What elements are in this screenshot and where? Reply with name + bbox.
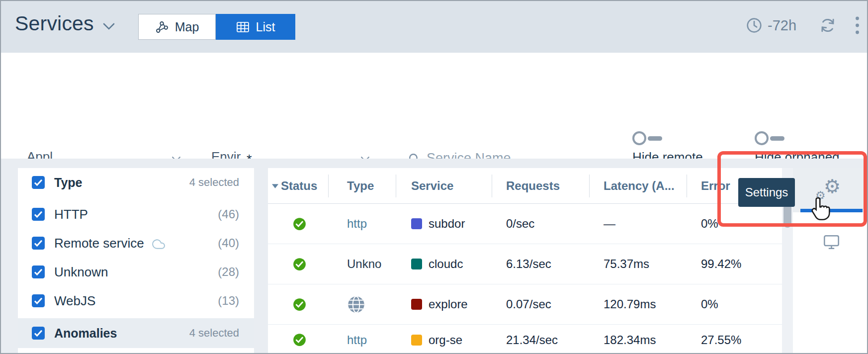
status-ok-icon [293,298,306,311]
list-grid-icon [236,20,250,34]
service-color-swatch [411,218,422,229]
toggle-off-icon [755,131,769,145]
column-header-type[interactable]: Type [347,168,374,203]
cloud-icon [150,238,167,251]
toggle-off-icon [632,131,646,145]
facet-item-count: (13) [218,294,239,308]
type-cell [347,284,395,324]
column-header-service[interactable]: Service [411,168,453,203]
facet-item-count: (46) [218,207,239,221]
facet-item-count: (40) [218,236,239,250]
service-name: cloudc [429,257,463,271]
table-row[interactable]: Unkno cloudc 6.13/sec 75.37ms 99.42% [268,244,782,284]
checkbox-checked-icon[interactable] [32,176,45,189]
app-header: Services Map List -72h [1,1,867,53]
settings-tab-button[interactable]: ⚙ ⚙ [793,168,868,212]
status-ok-icon [293,217,306,231]
column-divider [687,175,687,197]
type-cell: http [347,204,395,244]
status-cell [293,244,306,284]
clock-icon[interactable] [746,17,763,34]
requests-cell: 0.07/sec [506,284,551,324]
facet-item-label: Unknown [54,265,108,280]
settings-tooltip: Settings [738,178,795,207]
toggle-track [770,136,784,141]
requests-cell: 0/sec [506,204,534,244]
column-divider [492,175,492,197]
column-divider [328,175,329,197]
column-divider [396,175,396,197]
facet-panel: Type 4 selected HTTP (46) Remote service… [18,168,254,353]
map-graph-icon [155,20,169,34]
error-cell: 0% [701,204,718,244]
time-range-value[interactable]: -72h [768,17,796,34]
checkbox-checked-icon[interactable] [32,327,45,340]
facet-item-label: WebJS [54,293,95,309]
services-screen: Services Map List -72h Appl... Envir... … [0,0,868,354]
type-cell: http [347,325,395,354]
latency-cell: 120.79ms [604,284,656,324]
map-view-button[interactable]: Map [138,14,216,40]
facet-selected-count: 4 selected [189,327,239,340]
table-row[interactable]: explore 0.07/sec 120.79ms 0% [268,284,782,325]
sort-desc-icon[interactable] [272,184,278,188]
column-header-status[interactable]: Status [281,168,317,203]
kebab-menu-icon[interactable] [855,16,860,35]
status-ok-icon [293,333,306,347]
error-cell: 0% [701,284,718,324]
latency-cell: — [604,204,615,244]
toggle-track [648,136,662,141]
service-color-swatch [411,299,422,310]
services-title-menu[interactable]: Services [15,12,115,35]
facet-item-label: Remote service [54,236,144,251]
refresh-icon[interactable] [819,17,836,34]
facet-group-label: Anomalies [54,326,117,341]
column-header-requests[interactable]: Requests [506,168,560,203]
page-title: Services [15,12,94,35]
table-row[interactable]: http org-se 21.34/sec 182.34ms 27.55% [268,325,782,354]
active-tab-indicator [800,209,863,212]
requests-cell: 21.34/sec [506,325,558,354]
service-cell: explore [411,284,491,324]
service-name: subdor [429,217,465,231]
type-cell: Unkno [347,244,395,284]
facet-item-count: (28) [218,265,239,279]
list-view-button[interactable]: List [216,14,295,40]
column-header-latency[interactable]: Latency (A... [604,168,675,203]
list-view-label: List [256,20,275,34]
checkbox-checked-icon[interactable] [32,294,45,307]
status-ok-icon [293,258,306,271]
facet-item-remote-service[interactable]: Remote service (40) [18,229,254,258]
status-cell [293,325,306,354]
facet-selected-count: 4 selected [189,176,239,189]
service-color-swatch [411,259,422,269]
facet-item-http[interactable]: HTTP (46) [18,200,254,229]
globe-icon [347,295,365,314]
facet-item-unknown[interactable]: Unknown (28) [18,258,254,286]
error-cell: 99.42% [701,244,741,284]
hide-remote-toggle[interactable] [632,131,663,146]
scrollbar-thumb[interactable] [783,204,791,228]
services-table: Status Type Service Requests Latency (A.… [268,168,782,353]
latency-cell: 75.37ms [604,244,649,284]
status-cell [293,204,306,244]
column-header-error[interactable]: Error [701,168,730,203]
facet-group-type[interactable]: Type 4 selected [18,168,254,197]
table-row[interactable]: http subdor 0/sec — 0% [268,204,782,244]
checkbox-checked-icon[interactable] [32,237,45,250]
service-name: org-se [429,333,462,347]
status-cell [293,284,306,324]
hide-orphaned-toggle[interactable] [755,131,785,146]
service-cell: cloudc [411,244,491,284]
map-view-label: Map [175,20,199,34]
requests-cell: 6.13/sec [506,244,551,284]
checkbox-checked-icon[interactable] [32,266,45,278]
checkbox-checked-icon[interactable] [32,208,45,221]
chevron-down-icon [103,23,115,30]
latency-cell: 182.34ms [604,325,656,354]
facet-group-label: Type [54,176,83,190]
monitor-icon[interactable] [823,234,840,251]
filter-bar: Appl... Envir... * Hide remote services … [1,53,867,159]
facet-item-webjs[interactable]: WebJS (13) [18,286,254,315]
facet-group-anomalies[interactable]: Anomalies 4 selected [18,318,254,348]
